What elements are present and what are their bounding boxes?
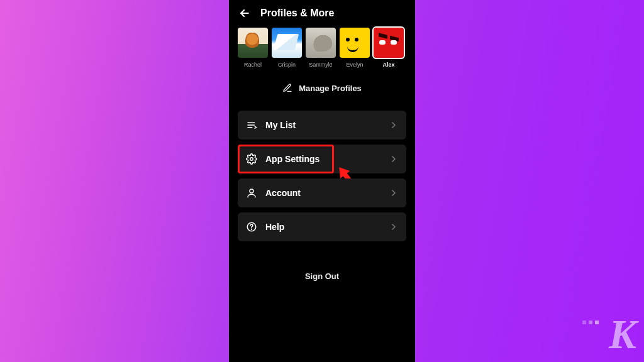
svg-point-2 (250, 189, 253, 193)
profile-label: Rachel (244, 62, 262, 68)
person-icon (245, 187, 258, 199)
manage-profiles-button[interactable]: Manage Profiles (229, 69, 415, 104)
avatar-rhino-icon (306, 28, 336, 58)
profile-label: Evelyn (346, 62, 363, 68)
menu-item-app-settings[interactable]: App Settings (238, 145, 406, 173)
menu-item-app-settings-wrap: App Settings (238, 145, 406, 173)
pencil-icon (282, 83, 292, 93)
avatar-smiley-icon (340, 28, 370, 58)
profile-crispin[interactable]: Crispin (272, 28, 302, 68)
chevron-right-icon (389, 188, 399, 198)
profile-rachel[interactable]: Rachel (238, 28, 268, 68)
menu-item-label: Help (265, 222, 389, 232)
menu-item-label: App Settings (265, 154, 389, 164)
profile-label: Alex (382, 62, 394, 68)
menu-item-label: Account (265, 188, 389, 198)
watermark-dots-icon (582, 321, 599, 324)
profiles-row: Rachel Crispin Sammyk! Evelyn Alex (229, 24, 415, 69)
chevron-right-icon (389, 222, 399, 232)
profile-sammyk[interactable]: Sammyk! (306, 28, 336, 68)
list-icon (245, 119, 258, 131)
menu-item-label: My List (265, 120, 389, 130)
manage-profiles-label: Manage Profiles (299, 84, 362, 93)
profile-label: Crispin (278, 62, 296, 68)
menu-item-my-list[interactable]: My List (238, 111, 406, 140)
menu-item-help[interactable]: Help (238, 212, 406, 241)
avatar-iceberg-icon (272, 28, 302, 58)
header-bar: Profiles & More (229, 0, 415, 24)
watermark-letter: K (609, 311, 635, 357)
sign-out-label: Sign Out (305, 272, 339, 281)
profile-label: Sammyk! (309, 62, 333, 68)
profile-alex[interactable]: Alex (374, 28, 404, 68)
help-icon (245, 221, 258, 233)
phone-frame: Profiles & More Rachel Crispin Sammyk! E… (229, 0, 415, 362)
sign-out-button[interactable]: Sign Out (229, 272, 415, 281)
menu-list: My List App Settings (229, 104, 415, 241)
avatar-fox-icon (238, 28, 268, 58)
back-icon[interactable] (238, 6, 252, 20)
profile-evelyn[interactable]: Evelyn (340, 28, 370, 68)
page-title: Profiles & More (260, 8, 334, 19)
svg-point-0 (250, 158, 253, 161)
svg-point-4 (252, 229, 252, 229)
chevron-right-icon (389, 120, 399, 130)
chevron-right-icon (389, 154, 399, 164)
gear-icon (245, 153, 258, 165)
watermark-logo: K (609, 310, 635, 358)
tutorial-stage: Profiles & More Rachel Crispin Sammyk! E… (0, 0, 644, 362)
avatar-angry-red-icon (374, 28, 404, 58)
menu-item-account[interactable]: Account (238, 178, 406, 207)
